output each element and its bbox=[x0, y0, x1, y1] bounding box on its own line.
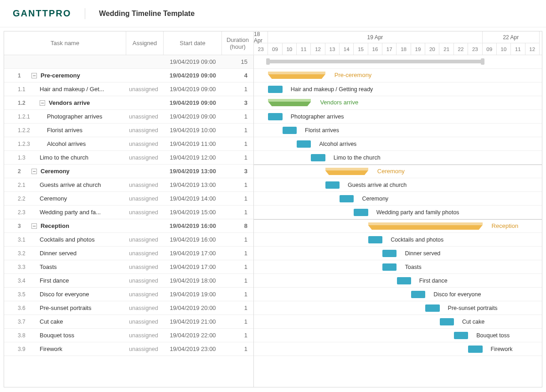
task-bar[interactable] bbox=[454, 332, 468, 339]
duration-cell[interactable]: 1 bbox=[222, 209, 251, 216]
task-bar[interactable] bbox=[311, 154, 325, 161]
start-date-cell[interactable]: 19/04/2019 14:00 bbox=[164, 195, 222, 202]
task-row[interactable]: 1.1Hair and makeup / Get...unassigned19/… bbox=[4, 83, 253, 96]
task-name-cell[interactable]: Firework bbox=[31, 346, 126, 352]
duration-cell[interactable]: 1 bbox=[222, 291, 251, 298]
start-date-cell[interactable]: 19/04/2019 15:00 bbox=[164, 209, 222, 216]
duration-cell[interactable]: 1 bbox=[222, 113, 251, 120]
task-bar[interactable] bbox=[468, 346, 482, 353]
task-row[interactable]: 3.5Disco for everyoneunassigned19/04/201… bbox=[4, 288, 253, 301]
start-date-cell[interactable]: 19/04/2019 12:00 bbox=[164, 154, 222, 161]
duration-cell[interactable]: 1 bbox=[222, 195, 251, 202]
start-date-cell[interactable]: 19/04/2019 10:00 bbox=[164, 127, 222, 134]
assigned-cell[interactable]: unassigned bbox=[126, 278, 164, 284]
task-row[interactable]: 1.2.2Florist arrivesunassigned19/04/2019… bbox=[4, 124, 253, 137]
task-name-cell[interactable]: Wedding party and fa... bbox=[31, 209, 126, 216]
task-name-cell[interactable]: Disco for everyone bbox=[31, 291, 126, 298]
start-date-cell[interactable]: 19/04/2019 09:00 bbox=[164, 72, 222, 79]
start-date-cell[interactable]: 19/04/2019 17:00 bbox=[164, 263, 222, 270]
duration-cell[interactable]: 1 bbox=[222, 346, 251, 352]
start-date-cell[interactable]: 19/04/2019 17:00 bbox=[164, 250, 222, 257]
col-task-name[interactable]: Task name bbox=[4, 31, 126, 55]
task-name-cell[interactable]: Cocktails and photos bbox=[31, 236, 126, 243]
overall-bar[interactable] bbox=[268, 60, 482, 63]
task-name-cell[interactable]: Photographer arrives bbox=[31, 113, 126, 120]
task-row[interactable]: 3.4First danceunassigned19/04/2019 18:00… bbox=[4, 274, 253, 288]
assigned-cell[interactable]: unassigned bbox=[126, 182, 164, 188]
assigned-cell[interactable]: unassigned bbox=[126, 155, 164, 161]
task-name-cell[interactable]: −Reception bbox=[31, 222, 126, 229]
task-row[interactable]: 1.2−Vendors arrive19/04/2019 09:003 bbox=[4, 96, 253, 110]
duration-cell[interactable]: 1 bbox=[222, 236, 251, 243]
assigned-cell[interactable]: unassigned bbox=[126, 264, 164, 270]
start-date-cell[interactable]: 19/04/2019 16:00 bbox=[164, 236, 222, 243]
assigned-cell[interactable]: unassigned bbox=[126, 113, 164, 120]
duration-cell[interactable]: 3 bbox=[222, 99, 251, 106]
task-name-cell[interactable]: Toasts bbox=[31, 263, 126, 270]
duration-cell[interactable]: 3 bbox=[222, 168, 251, 175]
task-name-cell[interactable]: −Pre-ceremony bbox=[31, 72, 126, 79]
duration-cell[interactable]: 1 bbox=[222, 154, 251, 161]
assigned-cell[interactable]: unassigned bbox=[126, 319, 164, 325]
task-name-cell[interactable]: Alcohol arrives bbox=[31, 140, 126, 147]
task-bar[interactable] bbox=[397, 277, 411, 284]
task-row[interactable]: 1−Pre-ceremony19/04/2019 09:004 bbox=[4, 69, 253, 83]
collapse-toggle[interactable]: − bbox=[31, 169, 37, 174]
task-bar[interactable] bbox=[268, 86, 282, 93]
duration-cell[interactable]: 1 bbox=[222, 140, 251, 147]
task-row[interactable]: 2−Ceremony19/04/2019 13:003 bbox=[4, 165, 253, 178]
start-date-cell[interactable]: 19/04/2019 13:00 bbox=[164, 168, 222, 175]
task-name-cell[interactable]: Cut cake bbox=[31, 318, 126, 325]
duration-cell[interactable]: 1 bbox=[222, 277, 251, 284]
duration-cell[interactable]: 4 bbox=[222, 72, 251, 79]
duration-cell[interactable]: 1 bbox=[222, 250, 251, 257]
task-row[interactable]: 2.1Guests arrive at churchunassigned19/0… bbox=[4, 178, 253, 192]
duration-cell[interactable]: 1 bbox=[222, 263, 251, 270]
task-bar[interactable] bbox=[411, 291, 425, 298]
start-date-cell[interactable]: 19/04/2019 23:00 bbox=[164, 346, 222, 352]
task-bar[interactable] bbox=[340, 195, 354, 202]
task-name-cell[interactable]: Guests arrive at church bbox=[31, 181, 126, 188]
task-name-cell[interactable]: Limo to the church bbox=[31, 154, 126, 161]
task-row[interactable]: 3−Reception19/04/2019 16:008 bbox=[4, 219, 253, 233]
task-bar[interactable] bbox=[368, 236, 382, 243]
collapse-toggle[interactable]: − bbox=[31, 73, 37, 78]
task-row[interactable]: 3.7Cut cakeunassigned19/04/2019 21:001 bbox=[4, 315, 253, 329]
collapse-toggle[interactable]: − bbox=[31, 223, 37, 229]
task-row[interactable]: 3.8Bouquet tossunassigned19/04/2019 22:0… bbox=[4, 329, 253, 342]
task-bar[interactable] bbox=[283, 127, 297, 134]
task-row[interactable]: 1.2.1Photographer arrivesunassigned19/04… bbox=[4, 110, 253, 124]
start-date-cell[interactable]: 19/04/2019 09:00 bbox=[164, 113, 222, 120]
task-name-cell[interactable]: Ceremony bbox=[31, 195, 126, 202]
task-name-cell[interactable]: −Vendors arrive bbox=[31, 99, 126, 106]
assigned-cell[interactable]: unassigned bbox=[126, 237, 164, 243]
task-name-cell[interactable]: First dance bbox=[31, 277, 126, 284]
col-duration[interactable]: Duration (hour) bbox=[222, 31, 254, 55]
duration-cell[interactable]: 1 bbox=[222, 181, 251, 188]
start-date-cell[interactable]: 19/04/2019 22:00 bbox=[164, 332, 222, 339]
task-name-cell[interactable]: Florist arrives bbox=[31, 127, 126, 134]
duration-cell[interactable]: 8 bbox=[222, 222, 251, 229]
task-bar[interactable] bbox=[425, 304, 439, 312]
assigned-cell[interactable]: unassigned bbox=[126, 291, 164, 298]
col-start-date[interactable]: Start date bbox=[164, 31, 222, 55]
assigned-cell[interactable]: unassigned bbox=[126, 141, 164, 147]
duration-cell[interactable]: 1 bbox=[222, 127, 251, 134]
duration-cell[interactable]: 1 bbox=[222, 318, 251, 325]
collapse-toggle[interactable]: − bbox=[40, 100, 45, 106]
group-bar[interactable]: Vendors arrive bbox=[268, 99, 311, 106]
start-date-cell[interactable]: 19/04/2019 19:00 bbox=[164, 291, 222, 298]
task-row[interactable]: 2.3Wedding party and fa...unassigned19/0… bbox=[4, 206, 253, 219]
assigned-cell[interactable]: unassigned bbox=[126, 196, 164, 202]
task-bar[interactable] bbox=[382, 250, 397, 257]
task-bar[interactable] bbox=[325, 181, 340, 189]
task-name-cell[interactable]: Hair and makeup / Get... bbox=[31, 86, 126, 93]
task-name-cell[interactable]: −Ceremony bbox=[31, 168, 126, 175]
task-name-cell[interactable]: Pre-sunset portraits bbox=[31, 304, 126, 311]
duration-cell[interactable]: 1 bbox=[222, 332, 251, 339]
task-row[interactable]: 3.2Dinner servedunassigned19/04/2019 17:… bbox=[4, 247, 253, 260]
start-date-cell[interactable]: 19/04/2019 21:00 bbox=[164, 318, 222, 325]
assigned-cell[interactable]: unassigned bbox=[126, 305, 164, 311]
assigned-cell[interactable]: unassigned bbox=[126, 127, 164, 134]
start-date-cell[interactable]: 19/04/2019 16:00 bbox=[164, 222, 222, 229]
